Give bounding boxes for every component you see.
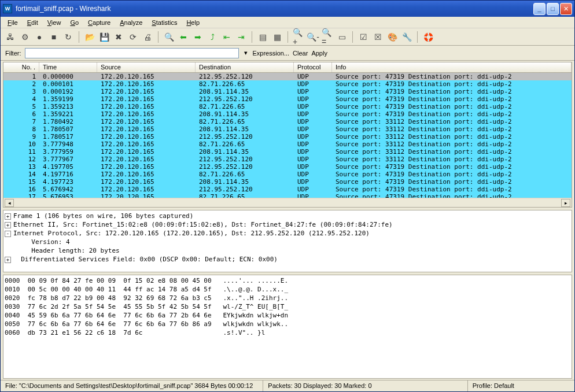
filter-bar: Filter: ▾ Expression... Clear Apply (1, 46, 574, 61)
menu-help[interactable]: Help (182, 18, 204, 27)
packet-row[interactable]: 71.780492172.20.120.16582.71.226.65UDPSo… (3, 118, 572, 125)
packet-row[interactable]: 20.000101172.20.120.16582.71.226.65UDPSo… (3, 80, 572, 88)
menu-analyze[interactable]: Analyze (115, 18, 147, 27)
expand-icon[interactable]: + (5, 257, 11, 263)
resize-cols-icon[interactable]: ▭ (336, 31, 348, 43)
menu-capture[interactable]: Capture (83, 18, 115, 27)
autoscroll-icon[interactable]: ▦ (271, 31, 283, 43)
expand-icon[interactable]: + (5, 213, 11, 220)
packet-row[interactable]: 154.197723172.20.120.165208.91.114.35UDP… (3, 178, 572, 186)
zoom-in-icon[interactable]: 🔍+ (292, 31, 305, 43)
menu-file[interactable]: File (3, 18, 23, 27)
capture-filter-icon[interactable]: ☑ (357, 31, 370, 43)
expand-icon[interactable]: - (5, 231, 11, 237)
menu-statistics[interactable]: Statistics (147, 18, 182, 27)
zoom-out-icon[interactable]: 🔍- (307, 31, 319, 43)
display-filter-icon[interactable]: ☒ (371, 31, 384, 43)
col-protocol[interactable]: Protocol (294, 62, 332, 72)
forward-icon[interactable]: ➡ (191, 31, 204, 43)
packet-row[interactable]: 30.000192172.20.120.165208.91.114.35UDPS… (3, 88, 572, 95)
col-info[interactable]: Info (332, 62, 572, 72)
scroll-left-icon[interactable]: ◂ (5, 199, 14, 207)
tree-item[interactable]: Version: 4 (5, 238, 570, 246)
hex-line: 0030 77 6c 2d 2f 5a 5f 54 5e 45 55 5b 5f… (5, 302, 570, 311)
status-profile: Profile: Default (468, 380, 574, 391)
col-time[interactable]: Time (39, 62, 97, 72)
hex-line: 0040 45 59 6b 6a 77 6b 64 6e 77 6c 6b 6a… (5, 311, 570, 320)
col-source[interactable]: Source (97, 62, 196, 72)
options-icon[interactable]: ⚙ (19, 31, 31, 43)
packet-row[interactable]: 103.777948172.20.120.16582.71.226.65UDPS… (3, 140, 572, 148)
start-icon[interactable]: ● (33, 31, 46, 43)
apply-button[interactable]: Apply (311, 50, 327, 57)
colorize-icon[interactable]: ▤ (256, 31, 269, 43)
titlebar: W fortimail_sniff.pcap - Wireshark _ □ ✕ (1, 1, 574, 17)
packet-row[interactable]: 61.359221172.20.120.165208.91.114.35UDPS… (3, 110, 572, 118)
prefs-icon[interactable]: 🔧 (400, 31, 413, 43)
hex-line: 0010 00 5c 00 00 40 00 40 11 44 ff ac 14… (5, 285, 570, 294)
packet-details-pane[interactable]: +Frame 1 (106 bytes on wire, 106 bytes c… (3, 210, 572, 272)
back-icon[interactable]: ⬅ (177, 31, 190, 43)
packet-row[interactable]: 41.359199172.20.120.165212.95.252.120UDP… (3, 95, 572, 103)
packet-list-pane: No. . Time Source Destination Protocol I… (3, 62, 572, 208)
col-no[interactable]: No. . (3, 62, 39, 72)
print-icon[interactable]: 🖨 (141, 31, 154, 43)
menu-go[interactable]: Go (65, 18, 83, 27)
packet-row[interactable]: 10.000000172.20.120.165212.95.252.120UDP… (3, 73, 572, 80)
zoom-100-icon[interactable]: 🔍= (321, 31, 334, 43)
interfaces-icon[interactable]: 🖧 (4, 31, 17, 43)
separator-icon (252, 31, 252, 43)
goto-icon[interactable]: ⤴ (206, 31, 219, 43)
close-file-icon[interactable]: ✖ (112, 31, 125, 43)
coloring-rules-icon[interactable]: 🎨 (386, 31, 399, 43)
tree-item[interactable]: -Internet Protocol, Src: 172.20.120.165 … (5, 229, 570, 238)
tree-item[interactable]: +Ethernet II, Src: Fortinet_15:02:e8 (00… (5, 220, 570, 229)
filter-label: Filter: (5, 50, 21, 57)
last-icon[interactable]: ⇥ (235, 31, 248, 43)
packet-bytes-pane[interactable]: 0000 00 09 0f 84 27 fe 00 09 0f 15 02 e8… (3, 275, 572, 379)
filter-dropdown-icon[interactable]: ▾ (242, 49, 249, 57)
packet-row[interactable]: 134.197705172.20.120.165212.95.252.120UD… (3, 163, 572, 171)
status-file: File: "C:\Documents and Settings\test\De… (1, 380, 263, 391)
maximize-button[interactable]: □ (547, 3, 559, 15)
clear-button[interactable]: Clear (293, 50, 308, 57)
tree-item[interactable]: +Frame 1 (106 bytes on wire, 106 bytes c… (5, 212, 570, 220)
restart-icon[interactable]: ↻ (62, 31, 75, 43)
packet-row[interactable]: 123.777967172.20.120.165212.95.252.120UD… (3, 156, 572, 163)
menu-edit[interactable]: Edit (23, 18, 43, 27)
packet-list-header: No. . Time Source Destination Protocol I… (3, 62, 572, 73)
hex-line: 0060 db 73 21 e1 56 22 c6 18 7d 6c .s!.V… (5, 328, 570, 337)
find-icon[interactable]: 🔍 (163, 31, 175, 43)
help-icon[interactable]: 🛟 (422, 31, 434, 43)
separator-icon (158, 31, 159, 43)
toolbar: 🖧 ⚙ ● ■ ↻ 📂 💾 ✖ ⟳ 🖨 🔍 ⬅ ➡ ⤴ ⇤ ⇥ ▤ ▦ 🔍+ 🔍… (1, 28, 574, 46)
expand-icon[interactable]: + (5, 222, 11, 228)
scroll-right-icon[interactable]: ▸ (561, 199, 570, 207)
packet-row[interactable]: 81.780507172.20.120.165208.91.114.35UDPS… (3, 125, 572, 133)
expression-button[interactable]: Expression... (253, 50, 290, 57)
packet-row[interactable]: 51.359213172.20.120.16582.71.226.65UDPSo… (3, 103, 572, 110)
minimize-button[interactable]: _ (533, 3, 545, 15)
packet-list-body[interactable]: 10.000000172.20.120.165212.95.252.120UDP… (3, 73, 572, 198)
tree-item[interactable]: + Differentiated Services Field: 0x00 (D… (5, 255, 570, 264)
packet-row[interactable]: 113.777959172.20.120.165208.91.114.35UDP… (3, 148, 572, 156)
filter-input[interactable] (25, 48, 239, 58)
open-icon[interactable]: 📂 (83, 31, 96, 43)
separator-icon (417, 31, 418, 43)
first-icon[interactable]: ⇤ (220, 31, 233, 43)
menu-view[interactable]: View (43, 18, 66, 27)
save-icon[interactable]: 💾 (98, 31, 110, 43)
window-title: fortimail_sniff.pcap - Wireshark (16, 5, 532, 13)
packet-row[interactable]: 91.780517172.20.120.165212.95.252.120UDP… (3, 133, 572, 140)
app-icon: W (3, 4, 12, 13)
app-window: W fortimail_sniff.pcap - Wireshark _ □ ✕… (0, 0, 575, 392)
col-destination[interactable]: Destination (196, 62, 294, 72)
packet-row[interactable]: 144.197716172.20.120.16582.71.226.65UDPS… (3, 171, 572, 178)
horizontal-scrollbar[interactable]: ◂ ▸ (3, 198, 572, 207)
packet-row[interactable]: 165.676942172.20.120.165212.95.252.120UD… (3, 186, 572, 193)
tree-item[interactable]: Header length: 20 bytes (5, 246, 570, 255)
stop-icon[interactable]: ■ (47, 31, 60, 43)
reload-icon[interactable]: ⟳ (127, 31, 139, 43)
close-button[interactable]: ✕ (560, 3, 572, 15)
packet-row[interactable]: 175.676953172.20.120.16582.71.226.65UDPS… (3, 193, 572, 198)
